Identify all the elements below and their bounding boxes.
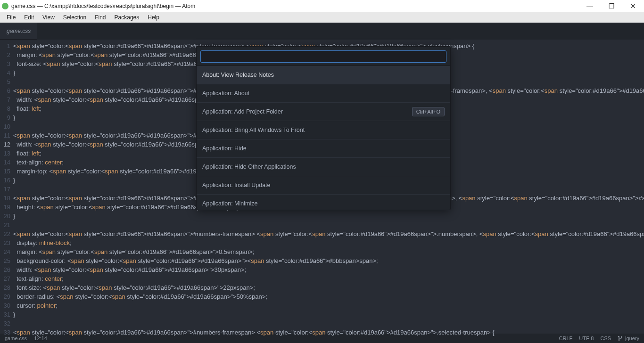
line-number[interactable]: 18	[0, 194, 10, 203]
line-number[interactable]: 30	[0, 301, 10, 310]
close-button[interactable]: ✕	[622, 0, 644, 12]
command-palette-input[interactable]	[200, 50, 446, 63]
line-number[interactable]: 17	[0, 185, 10, 194]
line-number[interactable]: 5	[0, 77, 10, 86]
line-number[interactable]: 20	[0, 212, 10, 220]
line-number[interactable]: 12	[0, 140, 10, 149]
menu-edit[interactable]: Edit	[20, 13, 38, 22]
line-number[interactable]: 29	[0, 292, 10, 301]
menu-packages[interactable]: Packages	[111, 13, 143, 22]
command-label: Application: Bring All Windows To Front	[202, 127, 305, 133]
code-line[interactable]: text-align: center;	[13, 274, 644, 283]
code-line[interactable]: margin: <span style="color:<span style="…	[13, 247, 644, 256]
line-number[interactable]: 2	[0, 50, 10, 59]
code-line[interactable]	[13, 319, 644, 328]
command-palette-item[interactable]: About: View Release Notes	[197, 66, 450, 84]
command-label: Application: Minimize	[202, 200, 257, 207]
maximize-button[interactable]: ❐	[601, 0, 622, 12]
command-label: Application: Hide	[202, 145, 247, 152]
code-line[interactable]: }	[13, 212, 644, 220]
line-number[interactable]: 21	[0, 220, 10, 229]
line-number[interactable]: 33	[0, 328, 10, 337]
line-number[interactable]: 4	[0, 68, 10, 77]
atom-logo-icon	[2, 3, 8, 9]
command-palette-item[interactable]: Application: Minimize	[197, 195, 450, 210]
line-number[interactable]: 19	[0, 203, 10, 212]
code-line[interactable]: border-radius: <span style="color:<span …	[13, 292, 644, 301]
line-number[interactable]: 1	[0, 41, 10, 50]
code-line[interactable]: <span style="color:<span style="color:#d…	[13, 229, 644, 238]
command-label: About: View Release Notes	[202, 72, 274, 78]
line-number[interactable]: 9	[0, 113, 10, 122]
line-number[interactable]: 26	[0, 265, 10, 274]
tab-bar: game.css	[0, 23, 644, 40]
code-line[interactable]: display: inline-block;	[13, 238, 644, 247]
line-number[interactable]: 3	[0, 59, 10, 68]
line-number[interactable]: 24	[0, 247, 10, 256]
code-line[interactable]: font-size: <span style="color:<span styl…	[13, 283, 644, 292]
command-palette: About: View Release NotesApplication: Ab…	[196, 46, 451, 210]
line-number[interactable]: 10	[0, 122, 10, 131]
line-number[interactable]: 15	[0, 167, 10, 176]
line-number[interactable]: 25	[0, 256, 10, 265]
line-number[interactable]: 27	[0, 274, 10, 283]
menu-bar: File Edit View Selection Find Packages H…	[0, 12, 644, 23]
command-palette-item[interactable]: Application: Add Project FolderCtrl+Alt+…	[197, 103, 450, 121]
window-titlebar: game.css — C:\xampp\htdocs\testcodes\rea…	[0, 0, 644, 12]
line-number[interactable]: 7	[0, 95, 10, 104]
command-palette-item[interactable]: Application: About	[197, 84, 450, 103]
code-line[interactable]: background-color: <span style="color:<sp…	[13, 256, 644, 265]
keybinding: Ctrl+Alt+O	[412, 107, 445, 116]
window-title: game.css — C:\xampp\htdocs\testcodes\rea…	[11, 3, 195, 9]
line-number[interactable]: 22	[0, 229, 10, 238]
line-number[interactable]: 23	[0, 238, 10, 247]
code-line[interactable]: <span style="color:<span style="color:#d…	[13, 328, 644, 337]
line-number[interactable]: 16	[0, 176, 10, 185]
command-label: Application: Hide Other Applications	[202, 163, 296, 170]
line-number[interactable]: 6	[0, 86, 10, 95]
line-number[interactable]: 14	[0, 158, 10, 167]
minimize-button[interactable]: —	[579, 0, 601, 12]
command-palette-item[interactable]: Application: Bring All Windows To Front	[197, 121, 450, 139]
line-number[interactable]: 28	[0, 283, 10, 292]
line-number[interactable]: 32	[0, 319, 10, 328]
code-line[interactable]: }	[13, 310, 644, 319]
line-number[interactable]: 8	[0, 104, 10, 113]
command-label: Application: Install Update	[202, 182, 271, 188]
menu-find[interactable]: Find	[91, 13, 109, 22]
editor-pane: game.css 1234567891011121314151617181920…	[0, 23, 644, 334]
menu-file[interactable]: File	[3, 13, 19, 22]
command-palette-item[interactable]: Application: Hide Other Applications	[197, 158, 450, 176]
line-number[interactable]: 31	[0, 310, 10, 319]
command-label: Application: Add Project Folder	[202, 108, 283, 115]
command-label: Application: About	[202, 90, 249, 97]
code-line[interactable]: width: <span style="color:<span style="c…	[13, 265, 644, 274]
line-number[interactable]: 11	[0, 131, 10, 140]
menu-help[interactable]: Help	[144, 13, 163, 22]
command-palette-item[interactable]: Application: Hide	[197, 139, 450, 158]
line-number[interactable]: 13	[0, 149, 10, 158]
code-line[interactable]	[13, 220, 644, 229]
code-line[interactable]: cursor: pointer;	[13, 301, 644, 310]
menu-view[interactable]: View	[39, 13, 58, 22]
tab-game-css[interactable]: game.css	[0, 23, 37, 40]
menu-selection[interactable]: Selection	[59, 13, 90, 22]
line-gutter: 1234567891011121314151617181920212223242…	[0, 41, 13, 337]
command-palette-item[interactable]: Application: Install Update	[197, 176, 450, 195]
command-palette-list[interactable]: About: View Release NotesApplication: Ab…	[197, 65, 450, 210]
